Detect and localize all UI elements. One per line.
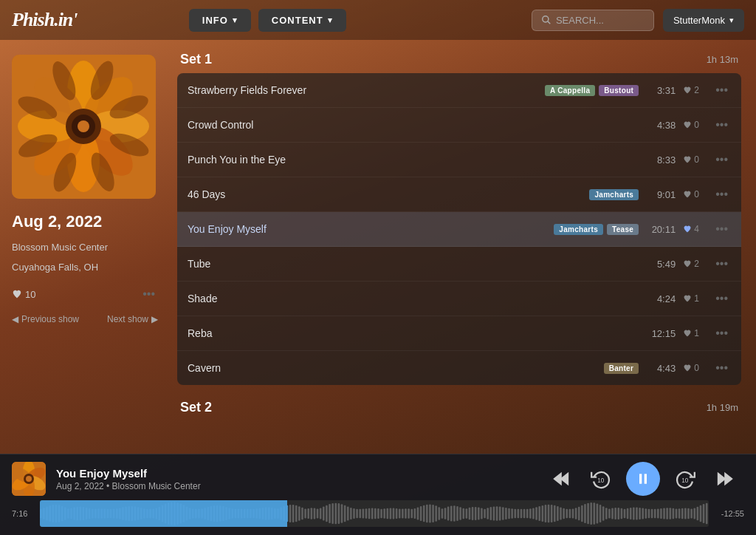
svg-point-21 <box>78 120 89 132</box>
pause-button[interactable] <box>626 462 660 496</box>
svg-rect-96 <box>213 505 216 522</box>
svg-rect-68 <box>128 506 130 521</box>
fast-forward-button[interactable] <box>710 466 737 492</box>
svg-rect-241 <box>654 509 656 518</box>
track-like[interactable]: 2 <box>683 259 705 269</box>
track-row[interactable]: You Enjoy MyselfJamchartsTease20:114••• <box>177 212 741 247</box>
svg-rect-161 <box>410 509 413 519</box>
svg-rect-209 <box>557 506 559 521</box>
svg-point-0 <box>543 16 549 22</box>
svg-rect-110 <box>255 508 258 518</box>
svg-rect-156 <box>396 508 398 519</box>
track-like[interactable]: 2 <box>683 85 705 95</box>
svg-rect-77 <box>155 508 157 519</box>
track-tag: Jamcharts <box>589 189 639 200</box>
track-duration: 4:38 <box>649 120 676 131</box>
user-menu-button[interactable]: StutterMonk ▾ <box>663 9 744 32</box>
navbar: Phish.in' INFO ▾ CONTENT ▾ StutterMonk ▾ <box>0 0 756 40</box>
svg-rect-175 <box>453 505 456 521</box>
main-content: Aug 2, 2022 Blossom Music Center Cuyahog… <box>0 40 756 454</box>
prev-show-link[interactable]: ◀ Previous show <box>12 314 79 324</box>
svg-rect-59 <box>100 508 103 518</box>
next-show-link[interactable]: Next show ▶ <box>107 314 158 324</box>
heart-icon <box>683 86 692 95</box>
waveform[interactable] <box>40 500 709 527</box>
rewind-button[interactable] <box>549 466 576 492</box>
content-chevron-icon: ▾ <box>328 16 333 25</box>
skip-forward-button[interactable]: 10 <box>672 466 698 492</box>
track-like[interactable]: 0 <box>683 363 705 373</box>
heart-icon <box>683 190 692 199</box>
track-more-button[interactable]: ••• <box>712 325 731 341</box>
svg-text:10: 10 <box>681 477 689 484</box>
track-more-button[interactable]: ••• <box>712 360 731 376</box>
track-more-button[interactable]: ••• <box>712 151 731 168</box>
show-more-button[interactable]: ••• <box>140 286 158 302</box>
track-row[interactable]: Punch You in the Eye8:330••• <box>177 143 741 177</box>
svg-rect-229 <box>617 508 619 519</box>
svg-rect-48 <box>67 508 69 519</box>
svg-rect-223 <box>599 505 602 522</box>
svg-rect-41 <box>46 506 48 520</box>
track-more-button[interactable]: ••• <box>712 117 731 133</box>
track-tags: Banter <box>604 363 639 374</box>
svg-rect-109 <box>252 509 255 519</box>
info-button[interactable]: INFO ▾ <box>189 9 251 32</box>
svg-rect-217 <box>581 505 583 522</box>
track-more-button[interactable]: ••• <box>712 221 731 237</box>
svg-rect-224 <box>602 506 605 521</box>
svg-rect-195 <box>514 509 516 519</box>
track-row[interactable]: Tube5:492••• <box>177 247 741 282</box>
svg-rect-114 <box>268 508 270 520</box>
svg-rect-248 <box>676 508 678 518</box>
svg-rect-120 <box>286 505 289 522</box>
track-row[interactable]: 46 DaysJamcharts9:010••• <box>177 177 741 212</box>
track-row[interactable]: CavernBanter4:430••• <box>177 351 741 385</box>
track-duration: 4:24 <box>649 293 676 304</box>
track-tag: Jamcharts <box>554 224 603 235</box>
track-more-button[interactable]: ••• <box>712 186 731 202</box>
search-bar[interactable] <box>532 10 654 31</box>
track-row[interactable]: Strawberry Fields ForeverA CappellaBusto… <box>177 73 741 108</box>
content-button[interactable]: CONTENT ▾ <box>258 9 346 32</box>
track-row[interactable]: Shade4:241••• <box>177 282 741 316</box>
svg-rect-113 <box>265 508 267 520</box>
svg-rect-99 <box>222 506 224 521</box>
track-row[interactable]: Crowd Control4:380••• <box>177 108 741 143</box>
album-art <box>12 55 156 199</box>
search-input[interactable] <box>556 15 645 26</box>
track-more-button[interactable]: ••• <box>712 82 731 98</box>
track-more-button[interactable]: ••• <box>712 290 731 307</box>
track-like[interactable]: 0 <box>683 120 705 130</box>
svg-rect-220 <box>590 502 592 525</box>
track-like[interactable]: 4 <box>683 224 705 234</box>
svg-rect-169 <box>435 505 437 521</box>
set2-header: Set 2 1h 19m <box>177 400 741 415</box>
svg-rect-82 <box>171 502 173 525</box>
svg-rect-130 <box>317 508 319 518</box>
waveform-svg <box>40 500 709 527</box>
skip-back-button[interactable]: 10 <box>588 466 614 492</box>
track-more-button[interactable]: ••• <box>712 256 731 272</box>
track-like[interactable]: 1 <box>683 293 705 304</box>
svg-rect-164 <box>420 506 422 521</box>
track-like[interactable]: 0 <box>683 189 705 200</box>
heart-icon <box>683 329 692 338</box>
track-like[interactable]: 1 <box>683 328 705 338</box>
show-likes[interactable]: 10 <box>12 289 35 300</box>
svg-rect-157 <box>399 508 401 518</box>
svg-rect-188 <box>493 506 495 520</box>
svg-rect-85 <box>179 503 182 523</box>
svg-rect-83 <box>173 502 176 525</box>
svg-rect-171 <box>441 508 444 518</box>
track-row[interactable]: Reba12:151••• <box>177 316 741 351</box>
heart-icon <box>683 364 692 372</box>
track-tags: A CappellaBustout <box>545 85 639 96</box>
svg-rect-228 <box>614 508 616 519</box>
svg-rect-123 <box>295 505 298 522</box>
svg-rect-116 <box>274 508 276 519</box>
svg-rect-65 <box>119 508 121 519</box>
svg-rect-235 <box>636 508 638 520</box>
track-like[interactable]: 0 <box>683 154 705 165</box>
site-logo: Phish.in' <box>12 9 78 31</box>
